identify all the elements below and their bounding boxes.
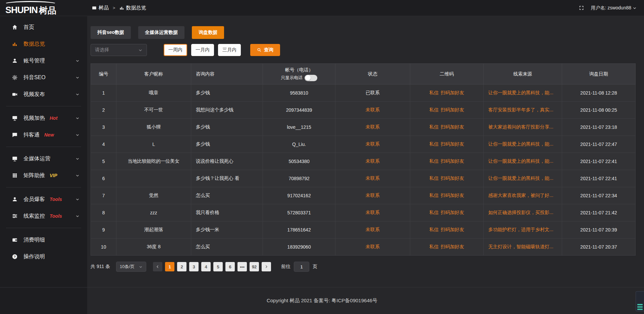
cell-source[interactable]: 感谢大家喜欢我家，被问了好...: [483, 187, 562, 204]
sidebar-divider: [6, 106, 81, 106]
breadcrumb-page[interactable]: 数据总览: [119, 5, 146, 11]
sidebar-item-consumption-detail[interactable]: 消费明细: [0, 231, 87, 248]
page-size-select[interactable]: 10条/页: [116, 262, 146, 272]
sidebar-item-douyin-seo[interactable]: 抖音SEO: [0, 69, 87, 86]
prev-page-button[interactable]: [153, 262, 162, 271]
page-buttons: 123456•••92: [162, 262, 259, 271]
qr-action-link[interactable]: 扫码加好友: [441, 193, 464, 198]
chevron-down-icon: [75, 92, 80, 97]
sidebar-item-omnimedia-operation[interactable]: 全媒体运营: [0, 150, 87, 167]
column-header-nickname: 客户昵称: [116, 64, 191, 85]
qr-action-link[interactable]: 扫码加好友: [441, 227, 464, 232]
page-button-4[interactable]: 4: [201, 262, 211, 271]
cell-account: 572803371: [263, 204, 335, 221]
cell-nickname: [116, 170, 191, 187]
page-button-6[interactable]: 6: [225, 262, 235, 271]
cell-date: 2021-11-08 12:28: [562, 85, 635, 102]
sidebar-item-video-publish[interactable]: 视频发布: [0, 86, 87, 103]
qr-action-link[interactable]: 私信: [429, 141, 439, 147]
qr-action-link[interactable]: 私信: [429, 244, 439, 249]
next-page-button[interactable]: [262, 262, 271, 271]
sidebar-item-label: 抖音SEO: [23, 74, 46, 81]
page-ellipsis-button[interactable]: •••: [237, 262, 247, 271]
sidebar-item-home[interactable]: 首页: [0, 19, 87, 36]
search-button-label: 查询: [264, 47, 273, 53]
qr-action-link[interactable]: 扫码加好友: [441, 158, 464, 164]
page-button-5[interactable]: 5: [213, 262, 223, 271]
cell-source[interactable]: 让你一眼就爱上的黑科技，能...: [483, 136, 562, 153]
cell-nickname: 觉然: [116, 187, 191, 204]
qr-action-link[interactable]: 扫码加好友: [441, 124, 464, 129]
inquiry-table-wrap: 编号 客户昵称 咨询内容 帐号（电话） 只显示电话 状态 二维码: [91, 63, 636, 256]
qr-action-link[interactable]: 私信: [429, 210, 439, 215]
column-header-date: 询盘日期: [562, 64, 635, 85]
cell-source[interactable]: 客厅安装投影半年多了，真实...: [483, 102, 562, 119]
camera-icon: [11, 91, 18, 98]
user-menu[interactable]: 用户名: zswodun88: [591, 5, 637, 11]
range-button-1[interactable]: 一月内: [191, 44, 214, 56]
cell-status: 未联系: [335, 170, 410, 187]
breadcrumb-brand[interactable]: 树品: [92, 5, 109, 11]
cell-nickname: 狐小狸: [116, 119, 191, 136]
cell-content: 说说价格让我死心: [191, 153, 263, 170]
qr-action-link[interactable]: 私信: [429, 158, 439, 164]
page-button-3[interactable]: 3: [189, 262, 199, 271]
table-row: 1哦章多少钱9583810已联系私信扫码加好友让你一眼就爱上的黑科技，能...2…: [91, 85, 636, 102]
qr-action-link[interactable]: 扫码加好友: [441, 175, 464, 181]
cell-account: Q_Liu.: [263, 136, 335, 153]
page-button-2[interactable]: 2: [177, 262, 186, 271]
qr-action-link[interactable]: 私信: [429, 107, 439, 112]
cell-qrcode: 私信扫码加好友: [410, 221, 483, 239]
page-button-1[interactable]: 1: [165, 262, 174, 271]
qr-action-link[interactable]: 扫码加好友: [441, 107, 464, 112]
cell-id: 1: [91, 85, 116, 102]
sidebar-item-data-overview[interactable]: 数据总览: [0, 36, 87, 52]
phone-only-toggle[interactable]: [305, 75, 317, 81]
sidebar-item-member-burst[interactable]: 会员爆客Tools: [0, 191, 87, 208]
range-button-0[interactable]: 一周内: [164, 44, 187, 56]
sidebar-item-douketong[interactable]: 抖客通New: [0, 126, 87, 143]
pagination-total: 共 911 条: [91, 264, 110, 270]
sidebar-item-label: 视频加热: [23, 115, 45, 122]
goto-page-input[interactable]: 1: [294, 262, 309, 272]
cell-source[interactable]: 无主灯设计，智能磁吸轨道灯...: [483, 239, 562, 256]
sidebar-item-operation-guide[interactable]: ?操作说明: [0, 248, 87, 265]
qr-action-link[interactable]: 扫码加好友: [441, 210, 464, 215]
qr-action-link[interactable]: 私信: [429, 193, 439, 198]
qr-action-link[interactable]: 扫码加好友: [441, 244, 464, 249]
fullscreen-icon[interactable]: [579, 5, 584, 10]
qr-action-link[interactable]: 扫码加好友: [441, 141, 464, 147]
sidebar-item-video-heating[interactable]: 视频加热Hot: [0, 110, 87, 126]
cell-status: 未联系: [335, 187, 410, 204]
qr-action-link[interactable]: 私信: [429, 175, 439, 181]
cell-source[interactable]: 让你一眼就爱上的黑科技，能...: [483, 170, 562, 187]
cell-source[interactable]: 让你一眼就爱上的黑科技，能...: [483, 153, 562, 170]
page-button-92[interactable]: 92: [250, 262, 259, 271]
qr-action-link[interactable]: 私信: [429, 227, 439, 232]
floating-widget[interactable]: [636, 291, 644, 311]
cell-source[interactable]: 多功能护栏灯，适用于乡村文...: [483, 221, 562, 239]
tab-1[interactable]: 全媒体运营数据: [138, 26, 184, 39]
cell-source[interactable]: 被大家追着问的客厅投影分享...: [483, 119, 562, 136]
qr-action-link[interactable]: 私信: [429, 90, 439, 95]
chevron-down-icon: [75, 58, 80, 63]
cell-status: 已联系: [335, 85, 410, 102]
sidebar-item-matrix-boost[interactable]: 矩阵助推VIP: [0, 167, 87, 184]
date-range-group: 一周内一月内三月内: [164, 44, 241, 56]
cell-qrcode: 私信扫码加好友: [410, 119, 483, 136]
cell-source[interactable]: 让你一眼就爱上的黑科技，能...: [483, 85, 562, 102]
qr-action-link[interactable]: 扫码加好友: [441, 90, 464, 95]
status-badge: 未联系: [366, 141, 380, 147]
search-button[interactable]: 查询: [250, 44, 280, 56]
sidebar-item-account-management[interactable]: 账号管理: [0, 52, 87, 69]
status-badge: 未联系: [366, 175, 380, 181]
tab-2[interactable]: 询盘数据: [192, 26, 224, 39]
filter-select[interactable]: 请选择: [91, 44, 147, 56]
tab-0[interactable]: 抖音seo数据: [91, 26, 131, 39]
column-header-id: 编号: [91, 64, 116, 85]
qr-action-link[interactable]: 私信: [429, 124, 439, 129]
cell-content: 我只看价格: [191, 204, 263, 221]
sidebar-item-clue-monitor[interactable]: 线索监控Tools: [0, 208, 87, 224]
range-button-2[interactable]: 三月内: [218, 44, 241, 56]
cell-source[interactable]: 如何正确选择投影仪，买投影...: [483, 204, 562, 221]
